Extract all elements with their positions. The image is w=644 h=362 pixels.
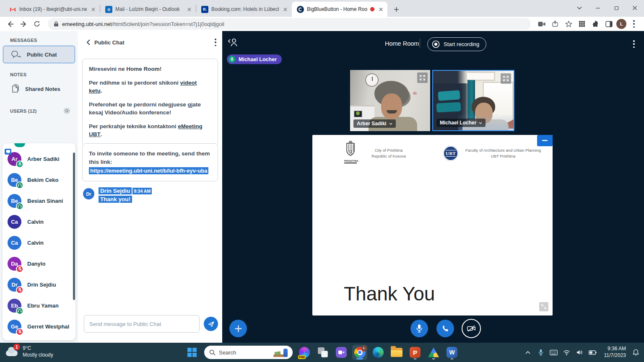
taskbar-app-google-drive[interactable]: [426, 345, 441, 360]
address-bar[interactable]: emeeting.ubt-uni.net/html5client/join?se…: [48, 18, 531, 30]
video-name-label[interactable]: Arber Sadiki: [353, 119, 396, 128]
send-message-button[interactable]: [204, 317, 218, 331]
tray-volume-icon[interactable]: [575, 346, 585, 358]
user-avatar: Eb: [8, 299, 21, 313]
tab-close-icon[interactable]: [377, 6, 384, 13]
tab-booking[interactable]: B. Booking.com: Hotels in Lübeck.: [196, 2, 292, 17]
expand-presentation-button[interactable]: [539, 302, 548, 311]
taskbar-app-premiere[interactable]: PRE: [297, 345, 312, 360]
search-placeholder: Search: [219, 349, 269, 356]
presentation-slide[interactable]: PRISHTINA City of Prishtina Republic of …: [312, 135, 553, 315]
word-icon: W: [447, 347, 457, 358]
video-tile-michael[interactable]: Michael Locher: [432, 70, 514, 131]
extensions-puzzle-icon[interactable]: [589, 18, 601, 30]
tab-gmail[interactable]: Inbox (19) - lbeqiri@ubt-uni.net: [4, 2, 100, 17]
tab-close-icon[interactable]: [282, 6, 288, 13]
fullscreen-button[interactable]: [417, 72, 428, 83]
user-list-item[interactable]: BeBesian Sinani: [3, 190, 75, 211]
app-running-indicator: [451, 358, 454, 359]
browser-profile-avatar[interactable]: L: [616, 19, 626, 29]
user-avatar: Da: [8, 257, 21, 271]
weather-widget[interactable]: 1 9°C Mostly cloudy: [5, 344, 53, 359]
tab-camera-in-use-icon[interactable]: [536, 18, 548, 30]
sidebar-item-shared-notes[interactable]: Shared Notes: [3, 80, 75, 97]
taskbar-search[interactable]: Search: [204, 346, 293, 359]
chat-message-input[interactable]: [84, 315, 200, 333]
search-icon: [209, 349, 216, 356]
manage-users-gear-icon[interactable]: [63, 107, 70, 114]
talking-indicator[interactable]: Michael Locher: [227, 54, 282, 64]
forward-button[interactable]: [18, 18, 29, 30]
talking-mic-icon: [229, 56, 236, 63]
user-list-item[interactable]: DrDrin Sejdiu: [3, 274, 75, 295]
start-button[interactable]: [186, 346, 198, 358]
toggle-user-list-button[interactable]: [228, 38, 239, 49]
tray-show-hidden-icons-chevron[interactable]: [523, 346, 533, 358]
actions-plus-button[interactable]: [229, 320, 247, 337]
browser-menu-kebab-icon[interactable]: [628, 18, 640, 30]
notifications-bell-icon[interactable]: [631, 346, 641, 358]
share-webcam-button[interactable]: [462, 319, 481, 338]
tab-close-icon[interactable]: [186, 6, 192, 13]
user-name: Ebru Yaman: [27, 303, 59, 309]
video-name-label[interactable]: Michael Locher: [436, 119, 486, 127]
window-maximize-button[interactable]: [607, 0, 626, 16]
user-list-item[interactable]: EbEbru Yaman: [3, 295, 75, 316]
apps-grid-icon[interactable]: [576, 18, 588, 30]
user-avatar: Be: [8, 173, 21, 187]
tray-touch-keyboard-icon[interactable]: [549, 346, 559, 358]
sidebar-item-label: Public Chat: [27, 52, 57, 58]
tab-title: Mail - Lulzim Beqiri - Outlook: [115, 6, 183, 12]
bookmark-star-icon[interactable]: [563, 18, 574, 30]
taskbar-app-word[interactable]: W: [444, 345, 460, 360]
reload-button[interactable]: [31, 18, 43, 30]
start-recording-button[interactable]: Start recording: [427, 37, 486, 51]
tray-microphone-in-use-icon[interactable]: [536, 346, 546, 358]
user-list-item[interactable]: BeBekim Ceko: [3, 169, 75, 190]
user-name: Calvin: [27, 240, 44, 246]
app-running-indicator: [414, 358, 417, 359]
minimize-presentation-button[interactable]: [537, 135, 553, 146]
sidebar-item-public-chat[interactable]: Public Chat: [3, 46, 75, 63]
tab-close-icon[interactable]: [90, 6, 96, 13]
taskbar-app-edge[interactable]: [371, 345, 386, 360]
user-list-item[interactable]: CaCalvin: [3, 232, 75, 253]
taskbar-app-chat[interactable]: [334, 345, 349, 360]
user-list-item[interactable]: CaCalvin: [3, 211, 75, 232]
window-minimize-button[interactable]: [589, 0, 607, 16]
user-list-item[interactable]: GeGerret Westphal: [3, 316, 75, 337]
user-list-item[interactable]: DaDanylo: [3, 253, 75, 274]
invite-link[interactable]: https://emeeting.ubt-uni.net/b/lul-bfh-e…: [89, 167, 208, 174]
chat-back-chevron-icon[interactable]: [86, 39, 90, 45]
chat-options-kebab-icon[interactable]: [215, 39, 216, 46]
welcome-line-3: Preferohet qe te perdorni ndegjuese gjat…: [89, 101, 211, 117]
taskbar-app-powerpoint[interactable]: P: [408, 345, 423, 360]
window-close-button[interactable]: [626, 0, 644, 16]
leave-audio-button[interactable]: [436, 320, 454, 337]
user-list-item[interactable]: GuGuri Berisha: [3, 337, 75, 340]
tab-bigbluebutton-active[interactable]: BigBlueButton - Home Room: [292, 2, 387, 17]
tray-wifi-icon[interactable]: [562, 346, 572, 358]
clock-date: 11/7/2023: [604, 352, 626, 359]
fullscreen-button[interactable]: [501, 73, 511, 84]
video-tile-arber[interactable]: Arber Sadiki: [350, 70, 430, 131]
tab-search-chevron-icon[interactable]: [570, 0, 589, 16]
back-button[interactable]: [4, 18, 16, 30]
mute-microphone-button[interactable]: [410, 320, 428, 337]
tab-outlook[interactable]: o Mail - Lulzim Beqiri - Outlook: [100, 2, 196, 17]
microphone-icon: [415, 324, 423, 333]
tray-battery-icon[interactable]: [588, 346, 598, 358]
user-list-item[interactable]: ArArber Sadiki: [3, 148, 75, 169]
user-name: Drin Sejdiu: [27, 282, 56, 288]
taskbar-app-file-explorer[interactable]: [389, 345, 404, 360]
new-tab-button[interactable]: [391, 4, 402, 15]
muted-badge-icon: [16, 265, 23, 273]
taskbar-clock[interactable]: 9:36 AM 11/7/2023: [604, 346, 626, 359]
taskbar-task-view[interactable]: [315, 345, 330, 360]
taskbar-app-chrome[interactable]: L: [352, 345, 367, 360]
room-title: Home Room: [385, 40, 419, 47]
stage-options-kebab-icon[interactable]: [633, 40, 635, 48]
user-list-scrollbar[interactable]: [73, 153, 75, 300]
side-panel-icon[interactable]: [603, 18, 615, 30]
share-icon[interactable]: [549, 18, 561, 30]
